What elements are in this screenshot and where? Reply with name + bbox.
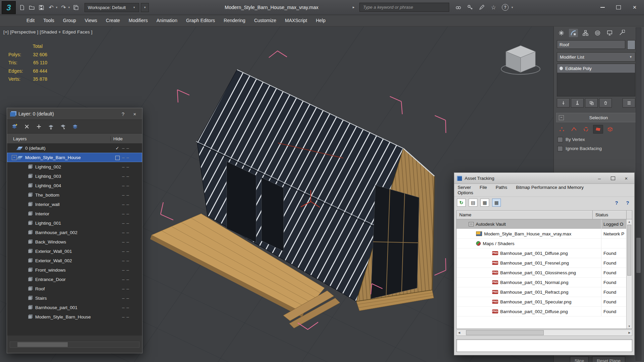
ignore-backfacing-checkbox[interactable] [558,146,563,151]
scrollbar-thumb[interactable] [636,238,641,273]
asset-close-button[interactable]: × [621,174,632,182]
hide-toggle[interactable] [122,146,142,151]
hierarchy-tab-icon[interactable] [581,29,590,37]
scroll-down-icon[interactable]: ▼ [628,324,631,329]
scrollbar-thumb[interactable] [627,225,631,276]
refresh-icon[interactable]: ↻ [457,199,466,207]
layer-object-row[interactable]: Lighting_004 [7,181,142,190]
new-layer-icon[interactable] [11,123,18,130]
workspace-extra-dropdown[interactable]: ▼ [141,3,149,12]
layer-object-row[interactable]: The_bottom [7,190,142,200]
hide-column-header[interactable]: Hide [110,136,142,141]
current-layer-box-icon[interactable] [115,156,120,160]
border-subobject-icon[interactable] [581,125,591,134]
layer-object-row[interactable]: Exterior_Wall_002 [7,256,142,265]
hide-toggle[interactable] [122,277,142,282]
layer-object-row[interactable]: Barnhouse_part_002 [7,228,142,237]
asset-row[interactable]: Modern_Style_Barn_House_max_vray.max Net… [457,229,632,239]
by-vertex-checkbox[interactable] [558,137,563,142]
menu-graph-editors[interactable]: Graph Editors [182,18,219,23]
undo-dropdown-icon[interactable]: ▼ [55,6,58,9]
menu-tools[interactable]: Tools [39,18,59,23]
project-folder-icon[interactable] [71,3,80,12]
menu-create[interactable]: Create [102,18,124,23]
undo-icon[interactable]: ↶ [47,3,56,12]
search-input[interactable] [359,3,449,12]
highlight-selected-layer-icon[interactable] [71,123,79,130]
motion-tab-icon[interactable] [593,29,602,37]
new-file-icon[interactable] [17,3,26,12]
help-icon[interactable]: ? [500,3,510,12]
asset-row[interactable]: PNGBarnhouse_part_001_Fresnel.png Found [457,258,632,268]
layer-row[interactable]: 0 (default) ✓ [7,143,142,153]
slice-button[interactable]: Slice [570,356,589,362]
layer-horizontal-scrollbar[interactable] [10,342,139,348]
add-layer-icon[interactable] [35,123,43,130]
modifier-stack-entry[interactable]: Editable Poly [557,64,635,73]
hide-toggle[interactable] [122,305,142,310]
layer-object-row[interactable]: Entrance_Door [7,275,142,284]
viewport-label[interactable]: [+] [Perspective ] [Shaded + Edged Faces… [3,29,93,34]
application-menu-button[interactable]: 3 [2,1,16,14]
menu-modifiers[interactable]: Modifiers [124,18,152,23]
hide-toggle[interactable] [122,239,142,244]
asset-row[interactable]: PNGBarnhouse_part_001_Normal.png Found [457,278,632,287]
asset-vertical-scrollbar[interactable]: ▲ ▼ [626,219,632,329]
collapse-branch-icon[interactable]: − [12,155,17,160]
favorites-star-icon[interactable]: ☆ [488,3,499,12]
hide-toggle[interactable] [122,174,142,179]
search-communities-icon[interactable] [453,3,463,12]
asset-row[interactable]: PNGBarnhouse_part_001_Glossiness.png Fou… [457,268,632,278]
layer-object-row[interactable]: Interior [7,209,142,218]
asset-row[interactable]: Autodesk Vault Logged O [457,219,632,229]
edge-subobject-icon[interactable] [569,125,579,134]
vertex-subobject-icon[interactable] [557,125,567,134]
menu-help[interactable]: Help [311,18,330,23]
selection-rollout-header[interactable]: − Selection [556,113,636,122]
save-icon[interactable] [37,3,46,12]
hide-toggle[interactable] [122,286,142,291]
layer-row-selected[interactable]: − Modern_Style_Barn_House [7,153,142,162]
reset-plane-button[interactable]: Reset Plane [592,356,625,362]
layer-object-row[interactable]: Lighting_002 [7,162,142,171]
key-icon[interactable] [465,3,475,12]
utilities-tab-icon[interactable] [617,29,626,37]
layer-dialog-help-button[interactable]: ? [119,111,127,117]
grid-view-icon[interactable]: ▦ [492,199,501,207]
scroll-left-icon[interactable]: ◀ [457,331,462,334]
hide-toggle[interactable] [122,258,142,263]
layer-object-row[interactable]: Front_windows [7,265,142,275]
search-expand-icon[interactable]: ▸ [353,5,355,9]
asset-row[interactable]: Maps / Shaders [457,239,632,248]
select-layer-objects-icon[interactable] [59,123,67,130]
asset-row[interactable]: PNGBarnhouse_part_001_Refract.png Found [457,287,632,297]
hide-toggle[interactable] [122,164,142,169]
hide-toggle[interactable] [122,202,142,207]
asset-maximize-button[interactable] [607,174,618,182]
menu-views[interactable]: Views [80,18,102,23]
element-subobject-icon[interactable] [605,125,615,134]
close-button[interactable]: × [627,0,643,15]
scroll-right-icon[interactable]: ▶ [627,331,632,334]
layer-object-row[interactable]: Modern_Style_Barn_House [7,312,142,321]
asset-minimize-button[interactable]: – [594,174,605,182]
current-layer-check-icon[interactable]: ✓ [113,146,122,151]
asset-row[interactable]: PNGBarnhouse_part_001_Diffuse.png Found [457,248,632,258]
minimize-button[interactable] [594,0,610,15]
object-name-field[interactable] [557,40,625,49]
workspace-selector[interactable]: Workspace: Default ▼ [84,3,139,12]
show-end-result-icon[interactable] [571,98,584,107]
hide-toggle[interactable] [122,296,142,301]
layer-object-row[interactable]: Back_Windows [7,237,142,246]
menu-options[interactable]: Options [458,190,473,195]
polygon-subobject-icon[interactable] [593,125,603,134]
menu-maxscript[interactable]: MAXScript [281,18,311,23]
menu-customize[interactable]: Customize [250,18,281,23]
layer-dialog-close-button[interactable]: × [130,111,139,117]
scroll-up-icon[interactable]: ▲ [628,219,631,224]
status-column-header[interactable]: Status [593,211,627,219]
menu-edit[interactable]: Edit [22,18,39,23]
layer-object-row[interactable]: Lighting_001 [7,218,142,228]
redo-dropdown-icon[interactable]: ▼ [68,6,71,9]
pin-stack-icon[interactable] [557,98,570,107]
